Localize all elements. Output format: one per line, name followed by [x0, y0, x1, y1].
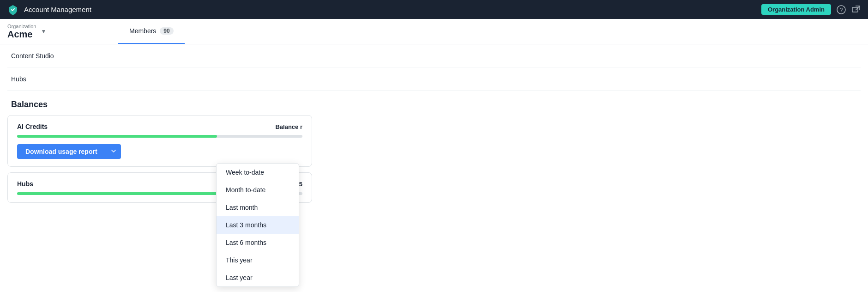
- svg-text:?: ?: [840, 7, 843, 13]
- dropdown-chevron-icon: [111, 148, 116, 154]
- card-header: AI Credits Balance r: [17, 123, 302, 130]
- nav-right: Organization Admin ?: [761, 4, 861, 15]
- date-range-dropdown: Week to-date Month to-date Last month La…: [216, 163, 299, 208]
- balances-heading: Balances: [7, 91, 861, 115]
- download-btn-group: Download usage report: [17, 144, 302, 159]
- content-studio-section[interactable]: Content Studio: [7, 44, 861, 67]
- ai-credits-progress-fill: [17, 135, 217, 138]
- app-logo: [7, 4, 18, 15]
- top-navigation: Account Management Organization Admin ?: [0, 0, 868, 19]
- ai-credits-card: AI Credits Balance r Download usage repo…: [7, 115, 312, 167]
- org-admin-button[interactable]: Organization Admin: [761, 4, 831, 15]
- hubs-label: Hubs: [7, 75, 26, 83]
- help-icon: ?: [837, 5, 846, 14]
- org-name: Acme: [7, 29, 36, 40]
- hubs-card-title: Hubs: [17, 180, 33, 188]
- members-count-badge: 90: [160, 27, 173, 35]
- svg-rect-2: [852, 7, 858, 12]
- org-info: Organization Acme: [7, 24, 36, 40]
- dropdown-item-week-to-date[interactable]: Week to-date: [217, 164, 299, 181]
- hubs-section[interactable]: Hubs: [7, 67, 861, 91]
- download-chevron-button[interactable]: [106, 144, 121, 159]
- org-bar: Organization Acme ▼ Members 90: [0, 19, 868, 44]
- new-window-button[interactable]: [851, 5, 861, 14]
- ai-credits-progress-bg: [17, 135, 302, 138]
- nav-left: Account Management: [7, 4, 91, 15]
- new-window-icon: [851, 5, 861, 14]
- dropdown-item-month-to-date[interactable]: Month to-date: [217, 181, 299, 199]
- help-button[interactable]: ?: [837, 5, 846, 14]
- download-usage-report-button[interactable]: Download usage report: [17, 144, 106, 159]
- hubs-progress-fill: [17, 192, 245, 195]
- content-studio-label: Content Studio: [7, 52, 54, 60]
- ai-credits-balance: Balance r: [275, 123, 302, 130]
- dropdown-item-last-month[interactable]: Last month: [217, 199, 299, 208]
- members-tab-label: Members: [129, 27, 156, 35]
- org-label: Organization: [7, 24, 36, 29]
- ai-credits-title: AI Credits: [17, 123, 48, 130]
- tab-members[interactable]: Members 90: [118, 19, 185, 44]
- main-content: Content Studio Hubs Balances AI Credits …: [0, 44, 868, 203]
- org-chevron-icon: ▼: [41, 28, 46, 35]
- org-selector[interactable]: Organization Acme ▼: [7, 24, 118, 40]
- app-title: Account Management: [24, 6, 91, 13]
